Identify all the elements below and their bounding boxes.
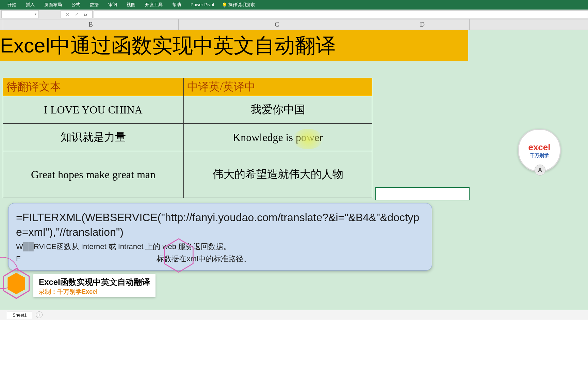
th-source: 待翻译文本 xyxy=(3,78,184,96)
name-box-caret-icon: ▼ xyxy=(34,13,37,16)
hexagon-outline-icon xyxy=(163,238,194,273)
tab-page-layout[interactable]: 页面布局 xyxy=(39,0,67,10)
callout-formula: =FILTERXML(WEBSERVICE("http://fanyi.youd… xyxy=(16,210,424,240)
cell-src-2[interactable]: Great hopes make great man xyxy=(3,151,184,198)
formula-bar[interactable] xyxy=(94,10,588,18)
lightbulb-icon: 💡 xyxy=(222,2,226,7)
tab-view[interactable]: 视图 xyxy=(122,0,140,10)
cell-dst-1[interactable]: Knowledge is power xyxy=(184,124,372,151)
accept-icon[interactable]: ✓ xyxy=(72,12,81,17)
translation-table: 待翻译文本 中译英/英译中 I LOVE YOU CHINA 我爱你中国 知识就… xyxy=(3,78,372,198)
ribbon-tabs: 开始 插入 页面布局 公式 数据 审阅 视图 开发工具 帮助 Power Piv… xyxy=(0,0,588,10)
formula-controls: ✕ ✓ fx xyxy=(61,10,93,18)
add-sheet-button[interactable]: + xyxy=(36,311,43,318)
svg-marker-2 xyxy=(164,239,193,272)
cell-src-0[interactable]: I LOVE YOU CHINA xyxy=(3,96,184,124)
video-label-title: Excel函数实现中英文自动翻译 xyxy=(39,277,150,288)
tell-me-search[interactable]: 操作说明搜索 xyxy=(228,0,260,10)
active-cell-d[interactable] xyxy=(375,187,470,200)
col-header-c[interactable]: C xyxy=(179,19,375,30)
tab-review[interactable]: 审阅 xyxy=(103,0,122,10)
video-label-card: Excel函数实现中英文自动翻译 录制：千万别学Excel xyxy=(33,274,156,297)
formula-callout: =FILTERXML(WEBSERVICE("http://fanyi.youd… xyxy=(8,203,432,271)
tab-data[interactable]: 数据 xyxy=(85,0,103,10)
th-translation: 中译英/英译中 xyxy=(184,78,372,96)
cell-dst-2[interactable]: 伟大的希望造就伟大的人物 xyxy=(184,151,372,198)
tab-dev[interactable]: 开发工具 xyxy=(140,0,167,10)
watermark-badge: excel 千万别学 A xyxy=(518,129,561,172)
watermark-line2: 千万别学 xyxy=(530,153,549,159)
column-headers: B C D xyxy=(0,19,588,30)
watermark-line1: excel xyxy=(528,142,550,153)
cell-src-1[interactable]: 知识就是力量 xyxy=(3,124,184,151)
col-header-b[interactable]: B xyxy=(3,19,179,30)
name-box[interactable]: ▼ xyxy=(1,10,39,18)
callout-desc2: F标数据在xml中的标准路径。 xyxy=(16,254,424,264)
sheet-tab-1[interactable]: Sheet1 xyxy=(7,311,32,319)
col-header-a[interactable] xyxy=(0,19,3,30)
fx-icon[interactable]: fx xyxy=(81,12,90,17)
tab-formulas[interactable]: 公式 xyxy=(67,0,85,10)
worksheet-area[interactable]: Excel中通过函数实现中英文自动翻译 待翻译文本 中译英/英译中 I LOVE… xyxy=(0,30,588,320)
sheet-tab-bar: Sheet1 + xyxy=(0,310,588,320)
col-header-d[interactable]: D xyxy=(375,19,470,30)
svg-marker-1 xyxy=(7,273,25,294)
watermark-a-badge: A xyxy=(535,165,545,175)
tab-powerpivot[interactable]: Power Pivot xyxy=(186,0,219,10)
video-label-author: 录制：千万别学Excel xyxy=(39,288,150,296)
tab-home[interactable]: 开始 xyxy=(3,0,21,10)
tab-insert[interactable]: 插入 xyxy=(21,0,39,10)
page-title: Excel中通过函数实现中英文自动翻译 xyxy=(0,30,468,61)
callout-desc1: W██RVICE函数从 Internet 或 Intranet 上的 web 服… xyxy=(16,242,424,252)
cancel-icon[interactable]: ✕ xyxy=(63,12,72,17)
tab-help[interactable]: 帮助 xyxy=(167,0,186,10)
formula-bar-row: ▼ ✕ ✓ fx xyxy=(0,10,588,19)
hexagon-icon xyxy=(3,268,30,299)
cell-dst-0[interactable]: 我爱你中国 xyxy=(184,96,372,124)
